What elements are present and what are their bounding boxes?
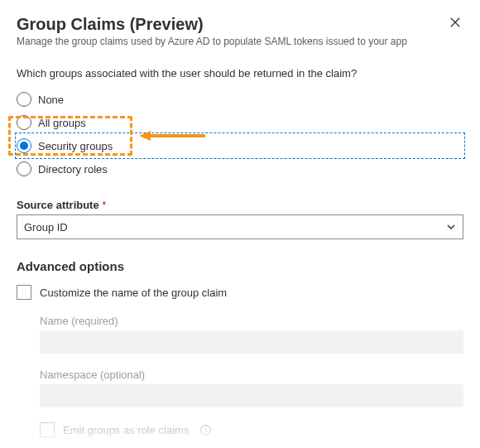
checkbox-icon bbox=[17, 285, 31, 300]
radio-directory-roles[interactable]: Directory roles bbox=[17, 157, 463, 181]
source-attribute-select[interactable]: Group ID bbox=[17, 214, 463, 239]
name-field-label: Name (required) bbox=[40, 315, 463, 327]
namespace-input[interactable] bbox=[40, 384, 463, 407]
customize-name-checkbox[interactable]: Customize the name of the group claim bbox=[17, 285, 463, 300]
radio-icon bbox=[17, 92, 31, 107]
group-question-label: Which groups associated with the user sh… bbox=[17, 67, 463, 79]
radio-label: None bbox=[38, 94, 64, 106]
label-text: Source attribute bbox=[17, 199, 99, 211]
panel-subtitle: Manage the group claims used by Azure AD… bbox=[17, 36, 463, 47]
close-button[interactable] bbox=[444, 12, 467, 35]
radio-none[interactable]: None bbox=[17, 88, 463, 111]
radio-label: Directory roles bbox=[38, 163, 108, 176]
radio-security-groups[interactable]: Security groups bbox=[17, 134, 463, 157]
advanced-options-heading: Advanced options bbox=[17, 259, 463, 273]
group-radio-group: None All groups Security groups Director… bbox=[17, 88, 463, 181]
source-attribute-label: Source attribute * bbox=[17, 199, 463, 211]
checkbox-label: Emit groups as role claims bbox=[63, 424, 189, 436]
checkbox-icon bbox=[40, 422, 55, 437]
select-value: Group ID bbox=[24, 221, 68, 234]
radio-label: Security groups bbox=[38, 140, 113, 152]
radio-icon bbox=[17, 115, 31, 130]
chevron-down-icon bbox=[446, 222, 456, 232]
radio-icon bbox=[17, 138, 31, 153]
required-mark: * bbox=[102, 199, 106, 211]
close-icon bbox=[449, 17, 461, 28]
panel-title: Group Claims (Preview) bbox=[17, 15, 463, 34]
namespace-field-label: Namespace (optional) bbox=[40, 369, 463, 381]
radio-label: All groups bbox=[38, 117, 86, 129]
checkbox-label: Customize the name of the group claim bbox=[40, 287, 227, 299]
name-input[interactable] bbox=[40, 330, 463, 354]
radio-all-groups[interactable]: All groups bbox=[17, 111, 463, 134]
radio-icon bbox=[17, 161, 31, 176]
emit-role-claims-checkbox[interactable]: Emit groups as role claims i bbox=[40, 422, 463, 437]
info-icon[interactable]: i bbox=[200, 425, 211, 436]
